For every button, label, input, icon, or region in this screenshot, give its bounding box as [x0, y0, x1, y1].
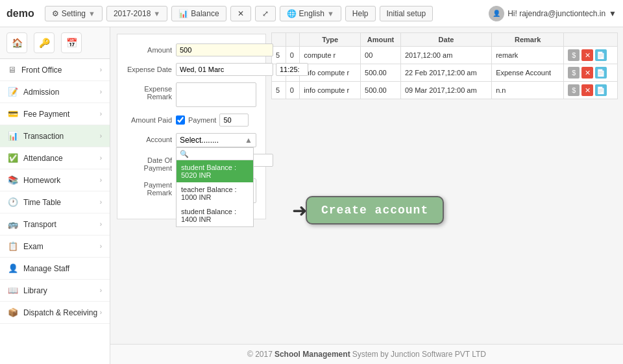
main-content: Amount Expense Date Expense Remark Amoun… — [110, 27, 623, 364]
amount-paid-input[interactable] — [219, 114, 249, 127]
sidebar-item-dispatch[interactable]: 📦 Dispatch & Receiving › — [0, 302, 110, 324]
footer: © 2017 School Management System by Junct… — [110, 344, 623, 364]
account-option-0[interactable]: student Balance : 5020 INR — [177, 160, 253, 182]
delete-action-btn[interactable]: ✕ — [581, 49, 593, 61]
monitor-icon: 🖥 — [8, 65, 16, 75]
account-label: Account — [127, 133, 172, 143]
col-header-1 — [286, 33, 300, 47]
sidebar-item-transaction[interactable]: 📊 Transaction › — [0, 125, 110, 147]
chevron-right-icon: › — [100, 243, 102, 250]
col-header-date: Date — [400, 33, 491, 47]
sidebar-item-label: Attendance — [23, 154, 63, 163]
sidebar-item-manage-staff[interactable]: 👤 Manage Staff — [0, 258, 110, 280]
expense-date-input[interactable] — [176, 63, 273, 76]
sidebar-item-label: Homework — [23, 176, 60, 185]
chevron-right-icon: › — [100, 199, 102, 206]
dollar-action-btn[interactable]: $ — [568, 67, 580, 79]
chevron-right-icon: › — [100, 287, 102, 294]
dispatch-icon: 📦 — [8, 308, 18, 317]
chevron-up-icon: ▲ — [245, 136, 252, 145]
date-of-payment-label: Date Of Payment — [127, 154, 172, 172]
user-menu[interactable]: 👤 Hi! rajendra@junctiontech.in ▼ — [489, 6, 617, 21]
sidebar-item-label: Transaction — [23, 132, 64, 141]
balance-button[interactable]: 📊 Balance — [171, 6, 226, 21]
balance-icon: 📊 — [178, 9, 188, 18]
amount-input[interactable] — [176, 43, 273, 56]
sidebar-item-admission[interactable]: 📝 Admission › — [0, 81, 110, 103]
chevron-down-icon: ▼ — [153, 10, 160, 18]
exam-icon: 📋 — [8, 241, 18, 251]
staff-icon: 👤 — [8, 263, 18, 273]
language-icon: 🌐 — [287, 9, 297, 18]
account-option-1[interactable]: teacher Balance : 1000 INR — [177, 182, 253, 204]
amount-paid-checkbox[interactable] — [176, 115, 185, 125]
sidebar: 🏠 🔑 📅 🖥 Front Office › 📝 Admission › 💳 F… — [0, 27, 110, 364]
doc-action-btn[interactable]: 📄 — [595, 49, 607, 61]
amount-paid-label: Amount Paid — [127, 114, 172, 124]
doc-action-btn[interactable]: 📄 — [595, 84, 607, 96]
delete-action-btn[interactable]: ✕ — [581, 84, 593, 96]
key-icon-btn[interactable]: 🔑 — [34, 32, 55, 53]
amount-paid-row: Amount Paid Payment — [127, 114, 256, 127]
topbar: demo ⚙ Setting ▼ 2017-2018 ▼ 📊 Balance ✕… — [0, 0, 623, 27]
english-button[interactable]: 🌐 English ▼ — [280, 6, 341, 21]
transactions-table: Type Amount Date Remark 5 0 compute r 00… — [271, 32, 618, 99]
account-option-2[interactable]: student Balance : 1400 INR — [177, 204, 253, 226]
setting-button[interactable]: ⚙ Setting ▼ — [45, 6, 103, 21]
gear-icon: ⚙ — [52, 9, 59, 18]
expense-remark-label: Expense Remark — [127, 82, 172, 101]
calendar-icon-btn[interactable]: 📅 — [61, 32, 82, 53]
home-icon-btn[interactable]: 🏠 — [6, 32, 27, 53]
account-search-input[interactable] — [177, 148, 253, 160]
avatar: 👤 — [489, 6, 504, 21]
col-header-0 — [272, 33, 286, 47]
account-select[interactable]: Select........ ▲ — [176, 133, 256, 147]
chevron-right-icon: › — [100, 132, 102, 140]
close-button[interactable]: ✕ — [230, 6, 251, 21]
amount-label: Amount — [127, 43, 172, 54]
expand-button[interactable]: ⤢ — [255, 6, 276, 21]
account-row: Account Select........ ▲ student Balance… — [127, 133, 256, 147]
sidebar-item-label: Time Table — [23, 198, 61, 207]
sidebar-item-timetable[interactable]: 🕐 Time Table › — [0, 191, 110, 213]
sidebar-item-label: Admission — [23, 88, 59, 97]
account-placeholder: Select........ — [180, 136, 219, 145]
sidebar-item-exam[interactable]: 📋 Exam › — [0, 236, 110, 258]
col-header-amount: Amount — [361, 33, 401, 47]
dollar-action-btn[interactable]: $ — [568, 84, 580, 96]
sidebar-item-attendance[interactable]: ✅ Attendance › — [0, 147, 110, 169]
expense-date-row: Expense Date — [127, 63, 256, 76]
create-account-tooltip: ➜ Create account — [292, 196, 444, 224]
data-table-area: Type Amount Date Remark 5 0 compute r 00… — [266, 27, 623, 104]
chevron-right-icon: › — [100, 66, 102, 73]
sidebar-item-label: Library — [23, 286, 47, 295]
initial-setup-button[interactable]: Initial setup — [380, 6, 434, 21]
expense-remark-input[interactable] — [176, 82, 256, 107]
payment-remark-label: Payment Remark — [127, 178, 172, 197]
sidebar-item-label: Manage Staff — [23, 264, 69, 273]
library-icon: 📖 — [8, 285, 18, 295]
table-row: 5 0 info compute r 500.00 09 Mar 2017,12… — [272, 82, 618, 99]
chevron-right-icon: › — [100, 309, 102, 316]
amount-row: Amount — [127, 43, 256, 56]
sidebar-item-transport[interactable]: 🚌 Transport › — [0, 213, 110, 236]
sidebar-item-label: Front Office — [21, 66, 62, 75]
account-dropdown: student Balance : 5020 INR teacher Balan… — [176, 147, 254, 227]
chevron-right-icon: › — [100, 154, 102, 162]
year-button[interactable]: 2017-2018 ▼ — [106, 6, 167, 21]
sidebar-item-front-office[interactable]: 🖥 Front Office › — [0, 59, 110, 81]
app-logo: demo — [6, 8, 34, 19]
expense-remark-row: Expense Remark — [127, 82, 256, 107]
doc-action-btn[interactable]: 📄 — [595, 67, 607, 79]
tooltip-text: Create account — [306, 196, 444, 224]
chevron-right-icon: › — [100, 176, 102, 184]
dollar-action-btn[interactable]: $ — [568, 49, 580, 61]
sidebar-item-library[interactable]: 📖 Library › — [0, 280, 110, 302]
expense-time-input[interactable] — [276, 63, 308, 76]
delete-action-btn[interactable]: ✕ — [581, 67, 593, 79]
help-button[interactable]: Help — [345, 6, 376, 21]
col-header-actions — [564, 33, 618, 47]
book-icon: 📚 — [8, 175, 18, 185]
sidebar-item-homework[interactable]: 📚 Homework › — [0, 169, 110, 191]
sidebar-item-fee-payment[interactable]: 💳 Fee Payment › — [0, 103, 110, 125]
